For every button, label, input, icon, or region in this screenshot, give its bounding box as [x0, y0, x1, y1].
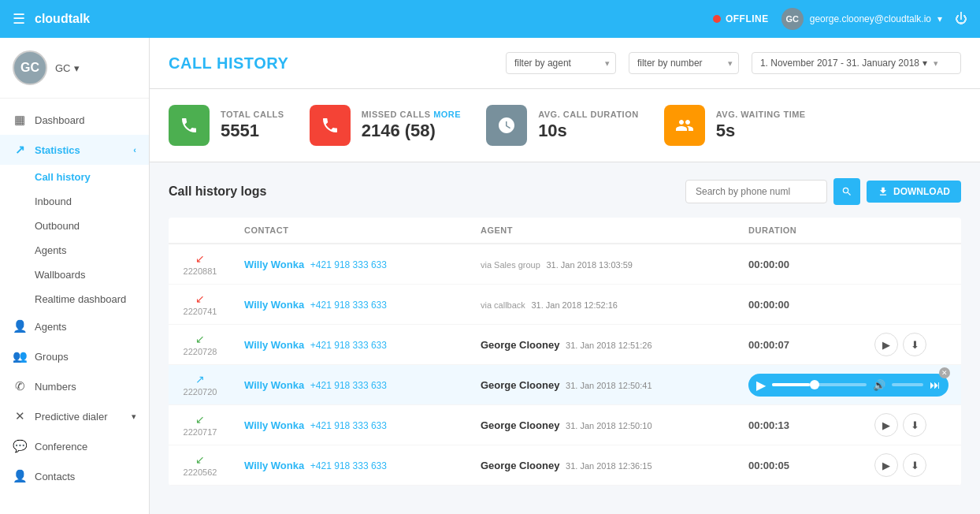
- audio-progress-bar[interactable]: [772, 383, 867, 386]
- inbound-call-icon: ↙: [181, 413, 219, 426]
- audio-player[interactable]: ✕ ▶ 🔊 ⏭: [748, 374, 948, 397]
- audio-play-button[interactable]: ▶: [756, 378, 766, 393]
- call-date: 31. Jan 2018 13:03:59: [546, 260, 632, 270]
- agent-name: George Clooney: [481, 339, 559, 351]
- sidebar-item-conference[interactable]: 💬 Conference: [0, 431, 149, 461]
- logs-header: Call history logs DOWNLOAD: [169, 178, 961, 205]
- sidebar-item-dashboard[interactable]: ▦ Dashboard: [0, 105, 149, 135]
- call-id: 2220728: [181, 347, 219, 356]
- call-id: 2220562: [181, 467, 219, 477]
- contact-name[interactable]: Willy Wonka: [244, 339, 304, 351]
- sidebar-item-call-history[interactable]: Call history: [35, 165, 149, 189]
- download-call-button[interactable]: ⬇: [903, 333, 926, 356]
- power-icon[interactable]: ⏻: [955, 12, 967, 26]
- menu-hamburger-icon[interactable]: ☰: [13, 10, 25, 28]
- sidebar-item-predictive-dialer[interactable]: ✕ Predictive dialer ▾: [0, 401, 149, 431]
- call-id-cell: ↙ 2220728: [169, 325, 232, 365]
- stat-total-calls: TOTAL CALLS 5551: [169, 105, 284, 146]
- sidebar-item-groups[interactable]: 👥 Groups: [0, 341, 149, 371]
- contact-phone[interactable]: +421 918 333 633: [310, 420, 387, 431]
- top-navigation: ☰ cloudtalk OFFLINE GC george.clooney@cl…: [0, 0, 980, 38]
- play-button[interactable]: ▶: [874, 413, 898, 437]
- sidebar-item-label: Dashboard: [35, 114, 85, 126]
- download-call-button[interactable]: ⬇: [903, 453, 926, 477]
- call-history-table: CONTACT AGENT DURATION ↙ 2220881: [169, 218, 961, 486]
- contact-name[interactable]: Willy Wonka: [244, 460, 304, 471]
- sidebar-item-label: Agents: [35, 321, 66, 333]
- total-calls-value: 5551: [221, 121, 284, 141]
- sidebar-username[interactable]: GC ▾: [55, 62, 80, 74]
- stats-bar: TOTAL CALLS 5551 MISSED CALLS MORE 2146 …: [150, 89, 980, 162]
- call-duration: 00:00:00: [748, 259, 789, 270]
- table-row: ↙ 2220717 Willy Wonka +421 918 333 633 G…: [169, 405, 961, 445]
- duration-cell: 00:00:00: [736, 244, 862, 285]
- audio-end-button[interactable]: ⏭: [930, 378, 941, 391]
- sidebar-item-statistics[interactable]: ↗ Statistics ‹: [0, 135, 149, 165]
- conference-icon: 💬: [13, 439, 27, 453]
- user-menu[interactable]: GC george.clooney@cloudtalk.io ▾: [781, 8, 942, 30]
- chevron-down-icon: ▾: [922, 58, 927, 69]
- search-input[interactable]: [685, 180, 827, 203]
- sidebar-item-agents-stat[interactable]: Agents: [35, 238, 149, 263]
- sidebar-item-numbers[interactable]: ✆ Numbers: [0, 371, 149, 401]
- contact-name[interactable]: Willy Wonka: [244, 299, 304, 311]
- call-date: 31. Jan 2018 12:51:26: [566, 341, 651, 350]
- call-duration: 00:00:05: [748, 460, 789, 471]
- contact-phone[interactable]: +421 918 333 633: [310, 300, 387, 311]
- contact-phone[interactable]: +421 918 333 633: [310, 460, 387, 471]
- date-range-label: 1. November 2017 - 31. January 2018: [760, 58, 919, 69]
- inbound-call-icon: ↙: [181, 333, 219, 345]
- sidebar-item-inbound[interactable]: Inbound: [35, 189, 149, 214]
- contact-cell: Willy Wonka +421 918 333 633: [232, 285, 468, 325]
- avg-waiting-value: 5s: [716, 121, 806, 141]
- play-button[interactable]: ▶: [874, 333, 898, 356]
- outbound-call-icon: ↗: [181, 373, 219, 386]
- app-logo: cloudtalk: [35, 12, 713, 26]
- date-range-filter[interactable]: 1. November 2017 - 31. January 2018 ▾: [752, 52, 961, 74]
- call-duration: 00:00:13: [748, 419, 789, 431]
- sidebar-item-label: Numbers: [35, 381, 76, 393]
- agent-filter[interactable]: filter by agent: [506, 52, 616, 74]
- sidebar-item-outbound[interactable]: Outbound: [35, 214, 149, 238]
- col-id: [169, 218, 232, 244]
- inbound-call-icon: ↙: [181, 453, 219, 466]
- download-label: DOWNLOAD: [893, 186, 950, 197]
- call-id-cell: ↙ 2220717: [169, 405, 232, 445]
- audio-volume-icon[interactable]: 🔊: [873, 379, 885, 391]
- person-icon: 👤: [13, 319, 27, 333]
- table-row: ↙ 2220562 Willy Wonka +421 918 333 633 G…: [169, 445, 961, 486]
- sidebar-item-realtime[interactable]: Realtime dashboard: [35, 287, 149, 311]
- contact-name[interactable]: Willy Wonka: [244, 259, 304, 270]
- audio-volume-bar[interactable]: [892, 383, 923, 386]
- agent-name: George Clooney: [481, 460, 559, 471]
- call-date: 31. Jan 2018 12:50:41: [566, 381, 651, 390]
- agent-name: George Clooney: [481, 419, 559, 431]
- contact-phone[interactable]: +421 918 333 633: [310, 340, 387, 351]
- total-calls-icon: [169, 105, 210, 146]
- duration-cell: 00:00:05: [736, 445, 862, 486]
- sidebar-item-contacts[interactable]: 👤 Contacts: [0, 461, 149, 491]
- call-date: 31. Jan 2018 12:50:10: [566, 421, 651, 430]
- audio-close-button[interactable]: ✕: [939, 367, 950, 378]
- play-button[interactable]: ▶: [874, 453, 898, 477]
- contact-name[interactable]: Willy Wonka: [244, 379, 304, 391]
- contact-phone[interactable]: +421 918 333 633: [310, 380, 387, 391]
- sidebar-item-wallboards[interactable]: Wallboards: [35, 263, 149, 287]
- contact-cell: Willy Wonka +421 918 333 633: [232, 405, 468, 445]
- download-button[interactable]: DOWNLOAD: [867, 181, 961, 203]
- sidebar-user-section: GC GC ▾: [0, 38, 149, 99]
- dialer-icon: ✕: [13, 409, 27, 423]
- user-avatar-small: GC: [781, 8, 804, 30]
- stat-missed-calls: MISSED CALLS MORE 2146 (58): [310, 105, 461, 146]
- number-filter-wrapper: filter by number: [629, 52, 739, 74]
- avg-waiting-label: AVG. WAITING TIME: [716, 110, 806, 119]
- contact-phone[interactable]: +421 918 333 633: [310, 259, 387, 270]
- search-button[interactable]: [833, 178, 860, 205]
- contact-name[interactable]: Willy Wonka: [244, 419, 304, 431]
- download-call-button[interactable]: ⬇: [903, 413, 926, 437]
- number-filter[interactable]: filter by number: [629, 52, 739, 74]
- missed-calls-more-link[interactable]: MORE: [433, 110, 461, 119]
- sidebar-item-agents[interactable]: 👤 Agents: [0, 311, 149, 341]
- missed-calls-icon: [310, 105, 351, 146]
- agent-cell: George Clooney 31. Jan 2018 12:36:15: [468, 445, 736, 486]
